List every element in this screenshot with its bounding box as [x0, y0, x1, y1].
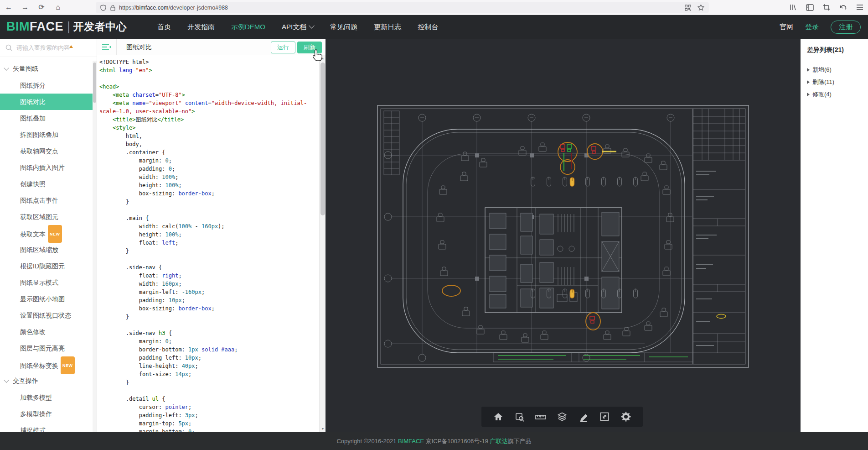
sidebar-item[interactable]: 图纸显示模式 [0, 274, 93, 291]
qr-code-icon[interactable] [685, 5, 691, 11]
sidebar-item[interactable]: 设置图纸视口状态 [0, 307, 93, 324]
code-line: <html lang="en"> [99, 66, 319, 74]
sidebar-item[interactable]: 显示图纸小地图 [0, 291, 93, 307]
chevron-down-icon [4, 377, 9, 382]
sidebar-group[interactable]: 交互操作 [0, 373, 93, 389]
code-line [99, 387, 319, 395]
library-icon[interactable] [790, 4, 797, 11]
footer-company-link[interactable]: 广联达 [490, 438, 508, 445]
chevron-down-icon [309, 22, 315, 28]
drawing-viewer[interactable] [326, 39, 801, 432]
forward-icon[interactable]: → [20, 0, 30, 15]
sidebar-item[interactable]: 根据ID隐藏图元 [0, 258, 93, 274]
sidebar-item[interactable]: 加载多模型 [0, 389, 93, 406]
expand-icon [807, 68, 810, 72]
code-line: <!DOCTYPE html> [99, 58, 319, 66]
sidebar-item[interactable]: 图纸拆分 [0, 77, 93, 94]
nav-item[interactable]: 开发指南 [187, 23, 215, 31]
nav-item[interactable]: API文档 [282, 23, 314, 31]
sidebar-item[interactable]: 图层与图元高亮 [0, 340, 93, 356]
sidebar-search[interactable] [0, 39, 97, 57]
logo-triangle-icon [69, 45, 73, 48]
sidebar-item[interactable]: 图纸叠加 [0, 110, 93, 126]
home-icon[interactable] [491, 410, 505, 424]
sidebar-group[interactable]: 矢量图纸 [0, 61, 93, 77]
code-line: <title>图纸对比</title> [99, 115, 319, 124]
sidebar-toggle-icon[interactable] [806, 4, 814, 11]
sidebar-item[interactable]: 颜色修改 [0, 324, 93, 340]
code-scrollbar[interactable]: ▲ ▼ [319, 55, 326, 432]
diff-category[interactable]: 删除(11) [807, 78, 863, 86]
code-line: height: 100%; [99, 230, 319, 239]
code-line [99, 74, 319, 83]
sidebar-item[interactable]: 图纸内插入图片 [0, 159, 93, 176]
diff-category-label: 修改(4) [812, 90, 832, 99]
sidebar-scrollbar[interactable] [93, 61, 97, 432]
code-line: } [99, 247, 319, 255]
code-line [99, 321, 319, 329]
code-panel: 图纸对比 运行 刷新 <!DOCTYPE html><html lang="en… [97, 39, 326, 432]
nav-register-button[interactable]: 注册 [831, 21, 861, 34]
expand-icon [807, 93, 810, 96]
sidebar-item[interactable]: 多模型操作 [0, 406, 93, 422]
sidebar-item[interactable]: 获取轴网交点 [0, 143, 93, 159]
icp-text: 京ICP备10021606号-19 [424, 438, 490, 445]
url-bar[interactable]: https://bimface.com/developer-jsdemo#988 [96, 2, 709, 13]
divider [807, 60, 863, 60]
code-line: width: calc(100% - 160px); [99, 222, 319, 230]
code-line: line-height: 40px; [99, 362, 319, 370]
nav-item[interactable]: 首页 [157, 23, 171, 31]
sidebar-item[interactable]: 获取文本NEW [0, 225, 93, 241]
sidebar-item[interactable]: 图纸对比 [0, 94, 93, 110]
diff-category[interactable]: 新增(6) [807, 66, 863, 74]
nav-login[interactable]: 登录 [805, 23, 819, 31]
nav-item[interactable]: 常见问题 [330, 23, 357, 31]
layers-icon[interactable] [555, 410, 569, 424]
code-editor[interactable]: <!DOCTYPE html><html lang="en"> <head> <… [97, 55, 319, 432]
fullscreen-icon[interactable] [598, 410, 611, 424]
code-line: margin-bottom: 0; [99, 428, 319, 432]
sidebar-item[interactable]: 捕捉模式 [0, 422, 93, 432]
home-icon[interactable]: ⌂ [53, 0, 63, 15]
collapse-sidebar-button[interactable] [97, 39, 117, 55]
undo-icon[interactable] [839, 4, 847, 11]
scroll-thumb[interactable] [320, 63, 325, 215]
nav-official-site[interactable]: 官网 [780, 23, 793, 31]
nav-item[interactable]: 示例DEMO [231, 23, 265, 31]
settings-icon[interactable] [619, 410, 633, 424]
code-line: margin: 0; [99, 157, 319, 165]
diff-category[interactable]: 修改(4) [807, 90, 863, 99]
scroll-down-icon[interactable]: ▼ [320, 426, 326, 432]
diff-category-label: 新增(6) [812, 66, 832, 74]
scroll-up-icon[interactable]: ▲ [320, 55, 326, 62]
screenshot-icon[interactable] [823, 4, 830, 11]
code-line: margin-left: -160px; [99, 288, 319, 296]
code-line: } [99, 198, 319, 206]
bimface-logo[interactable]: BIMFACE|开发者中心 [6, 20, 127, 34]
sidebar-item[interactable]: 图纸区域缩放 [0, 241, 93, 258]
code-line: float: left; [99, 239, 319, 247]
refresh-button[interactable]: 刷新 [297, 42, 322, 53]
sidebar-item[interactable]: 创建快照 [0, 176, 93, 192]
measure-icon[interactable] [534, 410, 548, 424]
sidebar-item[interactable]: 图纸点击事件 [0, 192, 93, 209]
nav-item[interactable]: 控制台 [418, 23, 438, 31]
menu-icon[interactable] [856, 4, 863, 10]
sidebar-item[interactable]: 图纸坐标变换NEW [0, 356, 93, 373]
markup-icon[interactable] [577, 410, 590, 424]
sidebar-item[interactable]: 获取区域图元 [0, 209, 93, 225]
nav-item[interactable]: 更新日志 [374, 23, 401, 31]
page-footer: Copyright ©2016-2021 BIMFACE 京ICP备100216… [0, 432, 868, 450]
search-input[interactable] [16, 44, 89, 51]
sidebar-item[interactable]: 拆图图纸叠加 [0, 126, 93, 143]
footer-brand-link[interactable]: BIMFACE [398, 438, 424, 445]
code-line: .side-nav { [99, 263, 319, 272]
region-zoom-icon[interactable] [513, 410, 527, 424]
reload-icon[interactable]: ⟳ [36, 0, 46, 15]
bookmark-star-icon[interactable] [698, 4, 704, 11]
cad-drawing [326, 39, 801, 432]
run-button[interactable]: 运行 [271, 42, 295, 53]
code-line: cursor: pointer; [99, 403, 319, 411]
code-line: width: 100%; [99, 173, 319, 181]
back-icon[interactable]: ← [4, 0, 14, 15]
